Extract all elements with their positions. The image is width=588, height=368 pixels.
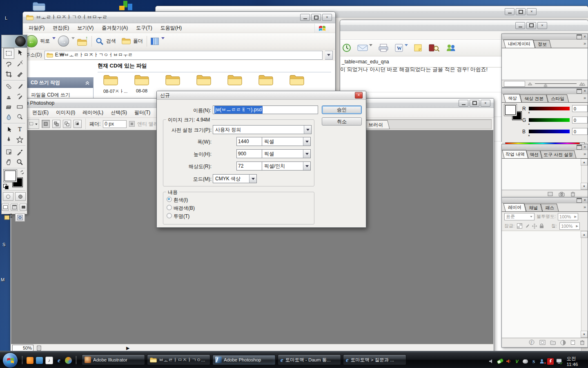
scroll-up-icon[interactable]: ▲ [581, 231, 588, 238]
screen-mode-standard-button[interactable] [2, 204, 9, 211]
transparent-radio-label[interactable]: 투명(T) [174, 213, 189, 220]
navigator-zoom-slider[interactable] [535, 81, 577, 86]
cd-task-header[interactable]: CD 쓰기 작업 [27, 78, 93, 88]
close-icon[interactable]: × [584, 198, 586, 202]
foreground-color-chip[interactable] [4, 171, 16, 181]
default-colors-icon[interactable] [3, 184, 8, 189]
palette-menu-icon[interactable]: » [584, 151, 586, 156]
taskbar-clock[interactable]: 오전 11:46 [566, 356, 588, 367]
magic-wand-tool[interactable] [14, 59, 25, 69]
ie-front-titlebar[interactable]: × [340, 20, 588, 31]
feather-input[interactable]: 0 px [103, 120, 127, 128]
offline-user-icon[interactable]: × [539, 358, 546, 365]
views-icon[interactable] [151, 38, 159, 45]
chevron-down-icon[interactable] [303, 150, 310, 158]
red-value[interactable]: 0 [572, 105, 588, 112]
close-icon[interactable]: × [322, 14, 332, 21]
photoshop-cs-banner[interactable] [2, 35, 27, 48]
maximize-button[interactable] [516, 8, 526, 15]
menu-favorites[interactable]: 즐겨찾기(A) [102, 25, 128, 31]
dialog-titlebar[interactable]: 신규 × [157, 91, 366, 100]
red-slider[interactable]: ▲ [529, 107, 570, 110]
tool-preset-button[interactable] [28, 119, 39, 129]
palette-titlebar[interactable]: × [502, 144, 588, 150]
close-icon[interactable]: × [584, 35, 586, 39]
slider-thumb[interactable] [544, 82, 547, 87]
volume-icon[interactable] [488, 358, 495, 365]
close-icon[interactable]: × [537, 22, 547, 29]
taskbar-button-folder[interactable]: ㅂㅗㄹㅏㅁㅈㅏㄱㅇ... [147, 355, 210, 365]
pc-status-icon[interactable]: ✓ [556, 358, 562, 365]
minimize-button[interactable] [505, 8, 514, 15]
menu-select[interactable]: 선택(S) [111, 109, 127, 116]
alert-lightning-icon[interactable] [547, 358, 554, 365]
folders-icon[interactable] [122, 38, 131, 45]
lock-all-icon[interactable] [539, 223, 544, 229]
edit-in-imageready-button[interactable] [4, 213, 13, 221]
folder-item[interactable]: 08-08 [134, 74, 149, 94]
taskbar-button-ie1[interactable]: e 토마토맥 - Daum 통... [278, 355, 341, 365]
background-color-radio[interactable] [167, 205, 172, 210]
back-label[interactable]: 뒤로 [40, 38, 50, 45]
zoom-tool[interactable] [14, 157, 25, 167]
spinner-icon[interactable]: ▸ [576, 223, 579, 229]
messenger-icon[interactable] [36, 357, 43, 364]
eyedropper-tool[interactable] [14, 147, 25, 157]
tab-history[interactable]: 작업 내역 [502, 150, 528, 158]
swap-colors-icon[interactable] [20, 170, 24, 175]
eraser-tool[interactable] [3, 102, 14, 112]
collapse-icon[interactable] [577, 198, 582, 203]
height-input[interactable]: 900 [236, 149, 262, 158]
resolution-input[interactable]: 72 [236, 162, 262, 171]
device-icon[interactable] [522, 358, 529, 365]
mail-button[interactable] [357, 44, 372, 52]
scroll-up-icon[interactable]: ▲ [581, 159, 588, 166]
collapse-icon[interactable] [577, 145, 582, 150]
standard-mode-button[interactable] [3, 192, 13, 201]
print-icon[interactable] [378, 43, 389, 52]
taskbar-button-illustrator[interactable]: Adobe Illustrator [82, 355, 145, 365]
lock-move-icon[interactable] [532, 224, 537, 229]
move-tool[interactable] [14, 48, 25, 58]
scroll-down-icon[interactable]: ▼ [581, 183, 588, 190]
crop-tool[interactable] [3, 69, 14, 79]
collapse-chevron-icon[interactable] [85, 81, 89, 85]
history-brush-tool[interactable] [14, 92, 25, 102]
status-expand-icon[interactable]: ▶ [126, 346, 129, 351]
palette-titlebar[interactable]: × [502, 197, 588, 203]
screen-mode-fullbar-button[interactable] [11, 204, 18, 211]
desktop-folder-icon[interactable] [32, 2, 46, 11]
transparent-radio[interactable] [167, 213, 172, 218]
path-selection-tool[interactable] [3, 124, 14, 135]
ok-button[interactable]: 승인 [322, 105, 362, 114]
tab-channels[interactable]: 채널 [524, 204, 543, 211]
slider-thumb[interactable]: ▲ [528, 122, 530, 125]
search-label[interactable]: 검색 [106, 38, 116, 45]
chevron-down-icon[interactable] [52, 39, 56, 43]
brush-tool[interactable] [14, 81, 25, 92]
opacity-field[interactable]: 100% ▸ [558, 213, 578, 220]
scrollbar[interactable]: ▲ ▼ [581, 231, 588, 338]
messenger-icon[interactable] [445, 43, 456, 52]
antialias-checkbox[interactable] [129, 121, 135, 127]
skype-icon[interactable]: S [530, 358, 537, 365]
tab-styles[interactable]: 스타일 [546, 94, 569, 102]
notes-tool[interactable] [3, 147, 14, 157]
new-snapshot-icon[interactable] [559, 192, 565, 197]
folder-item[interactable]: 08-07ㅈㅏ... [103, 74, 118, 94]
scrollbar[interactable]: ▲ ▼ [581, 159, 588, 190]
healing-brush-tool[interactable] [3, 81, 14, 92]
collapse-icon[interactable] [577, 89, 582, 94]
slider-thumb[interactable]: ▲ [528, 134, 530, 137]
new-layer-icon[interactable] [570, 340, 575, 345]
cancel-button[interactable]: 취소 [322, 117, 362, 126]
white-radio-label[interactable]: 흰색(I) [174, 197, 188, 204]
music-player-icon[interactable]: ♪ [45, 357, 53, 364]
dodge-tool[interactable] [14, 112, 25, 122]
menu-view[interactable]: 보기(V) [77, 25, 94, 31]
menu-help[interactable]: 도움말(H) [160, 25, 182, 31]
adjustment-layer-icon[interactable] [560, 340, 566, 346]
zoom-level-field[interactable]: 50% [12, 345, 33, 351]
resolution-unit-dropdown[interactable]: 픽셀/인치 [262, 162, 311, 171]
layer-mask-icon[interactable] [539, 340, 546, 345]
